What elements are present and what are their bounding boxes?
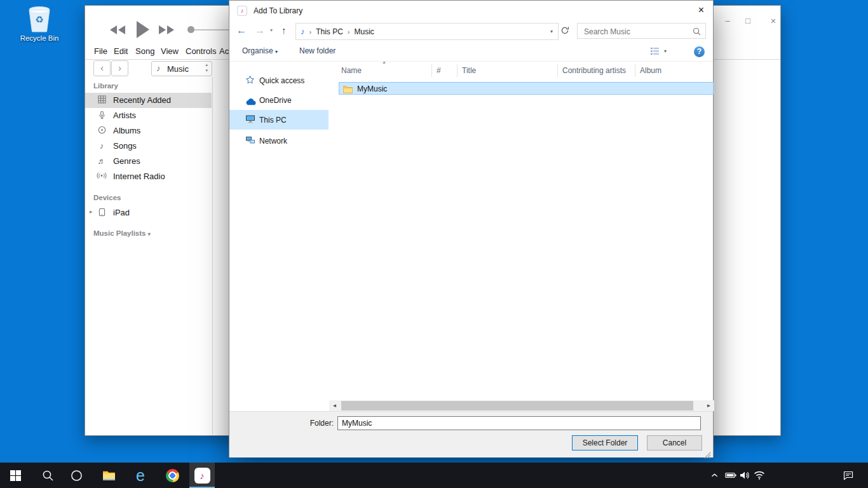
internet-explorer-icon: e xyxy=(136,468,145,484)
recycle-bin-desktop-icon[interactable]: ♻ Recycle Bin xyxy=(17,4,62,42)
battery-tray-button[interactable] xyxy=(723,463,738,488)
fast-forward-button[interactable] xyxy=(158,25,175,35)
devices-header: Devices xyxy=(93,194,121,201)
sidebar-item-songs[interactable]: ♪ Songs xyxy=(85,139,212,154)
recycle-bin-label: Recycle Bin xyxy=(17,34,62,42)
column-divider[interactable] xyxy=(635,64,635,77)
menu-edit[interactable]: Edit xyxy=(114,46,128,56)
column-divider[interactable] xyxy=(557,64,558,77)
up-button[interactable]: ↑ xyxy=(281,25,287,36)
horizontal-scrollbar[interactable]: ◄ ► xyxy=(329,400,714,411)
playlists-header[interactable]: Music Playlists ▾ xyxy=(93,229,151,237)
chevron-down-icon: ▾ xyxy=(148,231,151,237)
column-header-title[interactable]: Title xyxy=(462,66,476,75)
column-divider[interactable] xyxy=(457,64,458,77)
new-folder-button[interactable]: New folder xyxy=(299,46,336,55)
menu-controls[interactable]: Controls xyxy=(186,46,216,56)
cortana-button[interactable] xyxy=(64,463,89,488)
wifi-icon xyxy=(754,471,765,480)
column-divider[interactable] xyxy=(431,64,432,77)
address-bar[interactable]: ♪ › This PC › Music ▾ xyxy=(295,23,559,40)
desktop: ♻ Recycle Bin File Edit Song View Contro… xyxy=(0,0,868,488)
nav-pane-network[interactable]: Network xyxy=(229,131,329,151)
menu-view[interactable]: View xyxy=(161,46,179,56)
recycle-symbol-icon: ♻ xyxy=(17,14,62,25)
minimize-button[interactable]: – xyxy=(721,15,735,27)
itunes-taskbar-button[interactable]: ♪ xyxy=(189,463,215,488)
help-button[interactable]: ? xyxy=(694,46,705,57)
itunes-forward-button[interactable]: › xyxy=(111,60,128,76)
sidebar-item-ipad[interactable]: ▸ iPad xyxy=(85,205,212,220)
column-header-number[interactable]: # xyxy=(437,66,441,75)
dialog-title: Add To Library xyxy=(254,6,302,15)
battery-icon xyxy=(725,472,736,478)
volume-slider-knob[interactable] xyxy=(187,26,194,33)
action-center-button[interactable] xyxy=(840,463,857,488)
sidebar-item-genres[interactable]: ♬ Genres xyxy=(85,154,212,169)
sort-ascending-icon[interactable]: ▲ xyxy=(382,60,386,64)
select-folder-button[interactable]: Select Folder xyxy=(572,435,638,451)
cortana-circle-icon xyxy=(71,470,83,482)
refresh-button[interactable] xyxy=(560,26,569,37)
column-header-name[interactable]: Name xyxy=(341,66,362,75)
scrollbar-thumb[interactable] xyxy=(341,401,693,410)
forward-button[interactable]: → xyxy=(255,25,265,36)
sidebar-item-recently-added[interactable]: Recently Added xyxy=(85,93,212,108)
back-button[interactable]: ← xyxy=(236,25,247,36)
cancel-button[interactable]: Cancel xyxy=(647,435,702,451)
menu-song[interactable]: Song xyxy=(135,46,154,56)
nav-pane-this-pc[interactable]: This PC xyxy=(229,110,329,130)
radio-icon xyxy=(97,172,107,182)
search-icon[interactable] xyxy=(693,27,701,38)
change-view-button[interactable] xyxy=(650,46,660,58)
internet-explorer-taskbar-button[interactable]: e xyxy=(128,463,153,488)
dialog-titlebar[interactable]: ♪ Add To Library × xyxy=(229,1,713,21)
file-explorer-icon xyxy=(102,470,116,481)
folder-name-input[interactable] xyxy=(337,416,701,430)
volume-tray-button[interactable] xyxy=(737,463,752,488)
file-explorer-taskbar-button[interactable] xyxy=(96,463,121,488)
media-picker-dropdown[interactable]: ♪ Music ▴ ▾ xyxy=(151,61,212,76)
this-pc-monitor-icon xyxy=(245,114,256,125)
start-button[interactable] xyxy=(3,463,28,488)
sidebar-item-artists[interactable]: Artists xyxy=(85,108,212,123)
view-options-chevron-icon[interactable]: ▾ xyxy=(664,48,667,54)
column-header-album[interactable]: Album xyxy=(640,66,661,75)
recent-locations-chevron-icon[interactable]: ▾ xyxy=(270,27,273,33)
folder-label: Folder: xyxy=(293,419,334,428)
organise-button[interactable]: Organise ▾ xyxy=(242,46,278,55)
column-header-contributing-artists[interactable]: Contributing artists xyxy=(562,66,626,75)
chrome-icon xyxy=(166,469,179,482)
network-tray-button[interactable] xyxy=(752,463,767,488)
rewind-button[interactable] xyxy=(109,25,126,35)
commandbar-divider xyxy=(229,61,713,62)
microphone-icon xyxy=(97,111,107,121)
close-button[interactable]: × xyxy=(766,15,780,27)
network-icon xyxy=(245,135,256,146)
scroll-right-icon[interactable]: ► xyxy=(703,400,714,411)
breadcrumb-music[interactable]: Music xyxy=(355,27,374,36)
breadcrumb-this-pc[interactable]: This PC xyxy=(316,27,343,36)
resize-grip[interactable] xyxy=(704,450,711,461)
maximize-button[interactable]: □ xyxy=(741,15,755,27)
scroll-left-icon[interactable]: ◄ xyxy=(329,400,340,411)
dialog-close-button[interactable]: × xyxy=(689,1,713,20)
sidebar-item-albums[interactable]: Albums xyxy=(85,123,212,139)
library-header: Library xyxy=(93,82,118,90)
address-dropdown-icon[interactable]: ▾ xyxy=(550,29,558,34)
file-row-mymusic[interactable]: MyMusic xyxy=(339,82,714,95)
show-hidden-icons-button[interactable] xyxy=(707,463,722,488)
search-taskbar-button[interactable] xyxy=(35,463,60,488)
dialog-footer: Folder: Select Folder Cancel xyxy=(229,411,713,458)
chrome-taskbar-button[interactable] xyxy=(159,463,185,488)
play-button[interactable] xyxy=(136,21,150,38)
expand-chevron-icon[interactable]: ▸ xyxy=(90,208,93,215)
itunes-icon: ♪ xyxy=(194,468,210,484)
nav-pane-onedrive[interactable]: OneDrive xyxy=(229,90,329,110)
sidebar-item-internet-radio[interactable]: Internet Radio xyxy=(85,169,212,184)
location-music-note-icon: ♪ xyxy=(296,27,305,36)
search-input[interactable] xyxy=(583,25,687,37)
itunes-back-button[interactable]: ‹ xyxy=(93,60,111,76)
menu-file[interactable]: File xyxy=(94,46,107,56)
nav-pane-quick-access[interactable]: Quick access xyxy=(229,71,329,90)
